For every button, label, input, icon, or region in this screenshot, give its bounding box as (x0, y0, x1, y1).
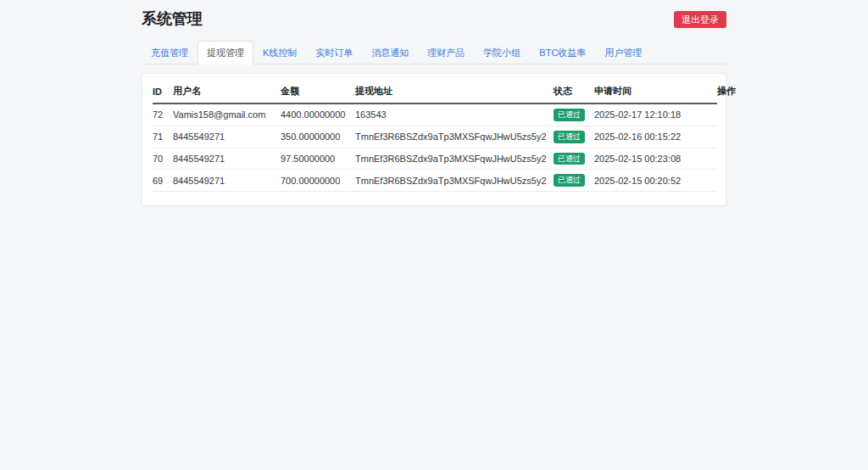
tab-recharge[interactable]: 充值管理 (142, 41, 198, 64)
status-badge: 已通过 (554, 174, 585, 187)
cell-time: 2025-02-15 00:23:08 (594, 148, 717, 170)
cell-amount: 97.50000000 (281, 148, 355, 170)
column-header-id: ID (153, 79, 173, 104)
cell-amount: 4400.00000000 (281, 104, 355, 126)
status-badge: 已通过 (554, 131, 585, 143)
cell-id: 72 (153, 104, 173, 126)
tab-kline-control[interactable]: K线控制 (253, 41, 306, 64)
cell-address: TmnEf3R6BSZdx9aTp3MXSFqwJHwU5zs5y2 (355, 126, 554, 148)
cell-address: TmnEf3R6BSZdx9aTp3MXSFqwJHwU5zs5y2 (355, 170, 554, 192)
logout-button[interactable]: 退出登录 (674, 11, 726, 28)
table-body: 72Vamis158@gmail.com4400.00000000163543已… (153, 104, 717, 192)
cell-username: 8445549271 (173, 170, 281, 192)
cell-amount: 700.00000000 (281, 170, 355, 192)
cell-status: 已通过 (554, 126, 594, 148)
column-header-amount: 金额 (281, 79, 355, 104)
column-header-status: 状态 (554, 79, 594, 104)
page-title: 系统管理 (142, 10, 203, 28)
tab-notifications[interactable]: 消息通知 (362, 41, 418, 64)
table-row: 70844554927197.50000000TmnEf3R6BSZdx9aTp… (153, 148, 717, 170)
cell-username: 8445549271 (173, 126, 281, 148)
main-container: 系统管理 退出登录 充值管理提现管理K线控制实时订单消息通知理财产品学院小组BT… (142, 0, 726, 206)
page-header: 系统管理 退出登录 (142, 10, 726, 28)
tab-realtime-orders[interactable]: 实时订单 (306, 41, 362, 64)
cell-username: 8445549271 (173, 148, 281, 170)
tab-wealth-products[interactable]: 理财产品 (418, 41, 474, 64)
cell-time: 2025-02-15 00:20:52 (594, 170, 717, 192)
withdrawals-table: ID用户名金额提现地址状态申请时间操作 72Vamis158@gmail.com… (153, 79, 717, 192)
column-header-addr: 提现地址 (355, 79, 554, 104)
tab-btc-yield[interactable]: BTC收益率 (530, 41, 595, 64)
cell-status: 已通过 (554, 170, 594, 192)
tab-academy-group[interactable]: 学院小组 (474, 41, 530, 64)
tab-bar: 充值管理提现管理K线控制实时订单消息通知理财产品学院小组BTC收益率用户管理 (142, 41, 726, 64)
cell-id: 70 (153, 148, 173, 170)
cell-id: 71 (153, 126, 173, 148)
cell-amount: 350.00000000 (281, 126, 355, 148)
tab-withdraw[interactable]: 提现管理 (198, 41, 253, 64)
cell-time: 2025-02-16 00:15:22 (594, 126, 717, 148)
withdrawals-card: ID用户名金额提现地址状态申请时间操作 72Vamis158@gmail.com… (142, 73, 726, 206)
table-row: 718445549271350.00000000TmnEf3R6BSZdx9aT… (153, 126, 717, 148)
cell-status: 已通过 (554, 104, 594, 126)
cell-status: 已通过 (554, 148, 594, 170)
tab-user-management[interactable]: 用户管理 (595, 41, 651, 64)
cell-username: Vamis158@gmail.com (173, 104, 281, 126)
column-header-time: 申请时间 (594, 79, 717, 104)
table-header-row: ID用户名金额提现地址状态申请时间操作 (153, 79, 717, 104)
cell-address: 163543 (355, 104, 554, 126)
table-row: 698445549271700.00000000TmnEf3R6BSZdx9aT… (153, 170, 717, 192)
cell-address: TmnEf3R6BSZdx9aTp3MXSFqwJHwU5zs5y2 (355, 148, 554, 170)
cell-time: 2025-02-17 12:10:18 (594, 104, 717, 126)
cell-id: 69 (153, 170, 173, 192)
column-header-user: 用户名 (173, 79, 281, 104)
status-badge: 已通过 (554, 153, 585, 165)
table-row: 72Vamis158@gmail.com4400.00000000163543已… (153, 104, 717, 126)
status-badge: 已通过 (554, 109, 585, 121)
